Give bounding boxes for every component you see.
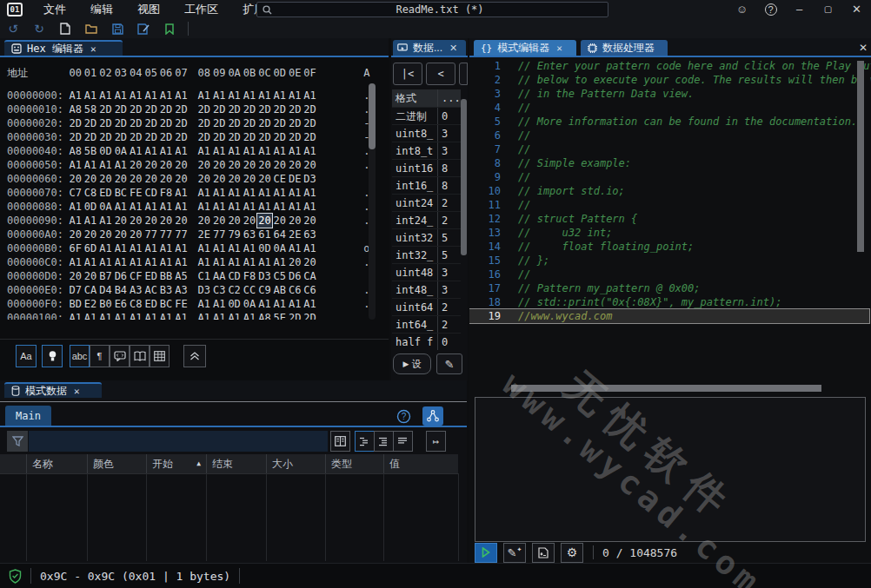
hex-byte[interactable]: A1 bbox=[242, 186, 256, 200]
font-size-button[interactable]: Aa bbox=[16, 345, 37, 367]
hex-byte[interactable]: A1 bbox=[68, 158, 83, 172]
hex-byte[interactable]: A1 bbox=[212, 297, 227, 311]
goto-button[interactable]: ↦ bbox=[426, 431, 446, 452]
code-line-1[interactable]: 1// Enter your pattern code here and cli… bbox=[469, 59, 871, 73]
hex-byte[interactable]: 61 bbox=[257, 228, 272, 241]
hex-byte[interactable]: C6 bbox=[303, 283, 317, 297]
hex-byte[interactable]: A1 bbox=[257, 89, 272, 102]
hex-byte[interactable]: A1 bbox=[68, 311, 83, 320]
hex-byte[interactable]: A1 bbox=[227, 89, 242, 102]
hex-byte[interactable]: 2D bbox=[227, 130, 242, 144]
code-line-7[interactable]: 7// bbox=[469, 142, 871, 156]
hex-byte[interactable]: A1 bbox=[212, 186, 227, 200]
inspector-row-int24_[interactable]: int24_2 bbox=[392, 211, 461, 228]
hex-byte[interactable]: D3 bbox=[303, 172, 317, 186]
code-line-16[interactable]: 16// bbox=[469, 268, 871, 281]
hex-byte[interactable]: A1 bbox=[174, 255, 189, 269]
hex-byte[interactable]: 2D bbox=[257, 116, 272, 130]
hex-byte[interactable]: A1 bbox=[158, 144, 173, 158]
hex-byte[interactable]: 5B bbox=[83, 144, 97, 158]
hex-byte[interactable]: 2D bbox=[68, 130, 83, 144]
hex-byte[interactable]: 20 bbox=[287, 214, 302, 228]
code-line-2[interactable]: 2// below to execute your code. The resu… bbox=[469, 73, 871, 87]
pattern-col-0[interactable]: 名称 bbox=[26, 454, 87, 473]
hex-byte[interactable]: A1 bbox=[129, 241, 143, 255]
hex-byte[interactable]: 2D bbox=[196, 130, 211, 144]
hex-byte[interactable]: A1 bbox=[113, 89, 128, 102]
hex-byte[interactable]: A1 bbox=[98, 311, 113, 320]
hex-byte[interactable]: A1 bbox=[287, 89, 302, 102]
hex-byte-selected[interactable]: 20 bbox=[257, 214, 272, 228]
filter-funnel-icon[interactable] bbox=[7, 431, 28, 452]
hex-byte[interactable]: A1 bbox=[242, 311, 256, 320]
hex-byte[interactable]: A1 bbox=[212, 255, 227, 269]
hex-byte[interactable]: 77 bbox=[158, 228, 173, 241]
hex-byte[interactable]: C3 bbox=[212, 283, 227, 297]
menu-item-1[interactable]: 编辑 bbox=[78, 0, 125, 19]
pattern-data-help-icon[interactable]: ? bbox=[393, 406, 414, 426]
hex-byte[interactable]: 0D bbox=[98, 144, 113, 158]
hex-byte[interactable]: 2D bbox=[257, 102, 272, 116]
pattern-table-header[interactable]: 名称颜色开始 ▲结束大小类型值 bbox=[0, 454, 458, 473]
hex-byte[interactable]: 2D bbox=[242, 130, 256, 144]
hex-byte[interactable]: 20 bbox=[129, 158, 143, 172]
hex-byte[interactable]: 2D bbox=[242, 116, 256, 130]
hex-byte[interactable]: 2D bbox=[129, 102, 143, 116]
hex-byte[interactable]: 20 bbox=[143, 158, 158, 172]
hex-byte[interactable]: CC bbox=[242, 283, 256, 297]
hex-byte[interactable]: 20 bbox=[174, 172, 189, 186]
hex-byte[interactable]: A1 bbox=[272, 144, 287, 158]
hex-byte[interactable]: A1 bbox=[257, 144, 272, 158]
pattern-col-5[interactable]: 类型 bbox=[325, 454, 383, 473]
hex-byte[interactable]: FE bbox=[129, 186, 143, 200]
hex-byte[interactable]: A1 bbox=[303, 297, 317, 311]
hex-byte[interactable]: A3 bbox=[129, 283, 143, 297]
hex-byte[interactable]: CA bbox=[83, 283, 97, 297]
hex-byte[interactable]: A1 bbox=[227, 144, 242, 158]
hex-byte[interactable]: CF bbox=[129, 269, 143, 283]
hex-byte[interactable]: 20 bbox=[68, 172, 83, 186]
hex-byte-grid[interactable]: 00000000:A1A1A1A1A1A1A1A1A1A1A1A1A1A1A1A… bbox=[0, 89, 389, 320]
hex-byte[interactable]: 2D bbox=[212, 102, 227, 116]
hex-byte[interactable]: CD bbox=[143, 186, 158, 200]
hex-byte[interactable]: 2D bbox=[272, 130, 287, 144]
hex-byte[interactable]: A1 bbox=[158, 255, 173, 269]
indent-view-button[interactable] bbox=[374, 431, 394, 452]
open-folder-icon[interactable] bbox=[78, 20, 104, 37]
hex-byte[interactable]: A1 bbox=[83, 311, 97, 320]
hex-byte[interactable]: 20 bbox=[83, 228, 97, 241]
code-line-12[interactable]: 12// struct Pattern { bbox=[469, 212, 871, 226]
hex-byte[interactable]: 20 bbox=[196, 214, 211, 228]
hex-byte[interactable]: 2E bbox=[287, 228, 302, 241]
hex-byte[interactable]: A1 bbox=[242, 255, 256, 269]
hex-byte[interactable]: 2D bbox=[303, 130, 317, 144]
hex-byte[interactable]: E6 bbox=[113, 297, 128, 311]
hex-byte[interactable]: F8 bbox=[242, 269, 256, 283]
hex-byte[interactable]: A1 bbox=[196, 186, 211, 200]
hex-byte[interactable]: A1 bbox=[303, 89, 317, 102]
hex-byte[interactable]: 20 bbox=[287, 158, 302, 172]
hex-byte[interactable]: 2D bbox=[113, 116, 128, 130]
column-view-button[interactable] bbox=[330, 431, 350, 452]
new-file-icon[interactable] bbox=[52, 20, 78, 37]
save-as-icon[interactable] bbox=[130, 20, 156, 37]
hex-byte[interactable]: A1 bbox=[227, 255, 242, 269]
hex-byte[interactable]: A1 bbox=[143, 241, 158, 255]
run-pattern-button[interactable] bbox=[475, 543, 497, 563]
hex-byte[interactable]: 20 bbox=[113, 172, 128, 186]
hex-byte[interactable]: 2D bbox=[98, 130, 113, 144]
hex-byte[interactable]: A1 bbox=[129, 200, 143, 214]
hex-byte[interactable]: A1 bbox=[113, 158, 128, 172]
hex-byte[interactable]: A1 bbox=[174, 144, 189, 158]
hex-byte[interactable]: A1 bbox=[196, 144, 211, 158]
hex-byte[interactable]: A1 bbox=[242, 144, 256, 158]
minimap-button[interactable] bbox=[130, 345, 150, 367]
inspector-row-uint24[interactable]: uint242 bbox=[392, 194, 461, 211]
hex-byte[interactable]: 2D bbox=[158, 102, 173, 116]
hex-byte[interactable]: 20 bbox=[196, 172, 211, 186]
code-line-5[interactable]: 5// More information can be found in the… bbox=[469, 115, 871, 129]
hex-byte[interactable]: AC bbox=[143, 283, 158, 297]
hex-byte[interactable]: 2D bbox=[212, 116, 227, 130]
hex-byte[interactable]: A1 bbox=[287, 186, 302, 200]
hex-byte[interactable]: 2D bbox=[158, 130, 173, 144]
